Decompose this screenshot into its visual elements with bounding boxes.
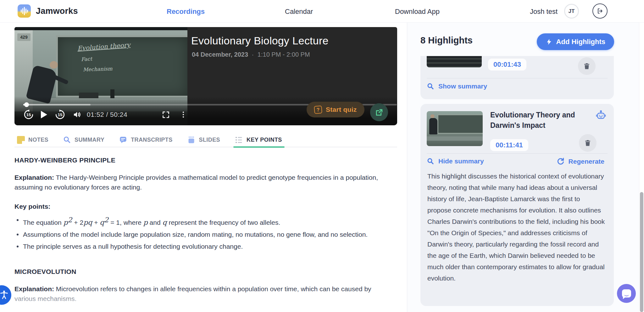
highlights-count-title: 8 Highlights (420, 35, 473, 46)
nav-link-download-app[interactable]: Download App (395, 8, 440, 16)
delete-highlight-button[interactable] (579, 134, 597, 152)
sticky-note-icon (17, 136, 25, 144)
open-external-button[interactable] (370, 103, 388, 121)
fullscreen-button[interactable] (162, 111, 170, 119)
highlights-header: 8 Highlights Add Highlights (420, 23, 615, 56)
explanation-label: Explanation: (14, 174, 54, 181)
board-line-1: Evolution theory (77, 41, 130, 52)
start-quiz-label: Start quiz (326, 106, 357, 113)
start-quiz-button[interactable]: ? Start quiz (307, 102, 364, 117)
avatar[interactable]: JT (564, 4, 579, 19)
video-controls: 15 15 01:52 / 50:24 (23, 108, 187, 121)
board-line-2: Fact (81, 56, 92, 62)
video-time-range: 1:10 PM - 2:00 PM (258, 51, 310, 58)
highlight-timestamp[interactable]: 00:11:41 (490, 139, 528, 151)
explanation: Explanation: Microevolution refers to ch… (14, 284, 390, 303)
forward-15-icon: 15 (55, 109, 65, 120)
highlight-timestamp[interactable]: 00:01:43 (488, 59, 526, 71)
rewind-15-icon: 15 (23, 109, 34, 120)
svg-text:15: 15 (26, 112, 31, 117)
tab-transcripts[interactable]: TRANSCRIPTS (119, 133, 172, 147)
explanation: Explanation: The Hardy-Weinberg Principl… (14, 173, 390, 192)
nav-link-recordings[interactable]: Recordings (167, 8, 205, 16)
key-points-label: Key points: (14, 201, 390, 211)
kebab-menu-icon (180, 111, 187, 119)
add-highlights-label: Add Highlights (556, 38, 605, 46)
volume-button[interactable] (72, 110, 82, 119)
trash-icon (584, 139, 591, 147)
external-link-icon (375, 108, 384, 117)
regenerate-label: Regenerate (569, 158, 604, 165)
chat-bubble-icon (622, 289, 631, 298)
highlight-title: Evolutionary Theory and Darwin's Impact (490, 110, 599, 131)
list-item: The principle serves as a null hypothesi… (14, 241, 390, 251)
date-separator: · (252, 51, 254, 58)
delete-highlight-button[interactable] (578, 57, 596, 75)
list-item: The equation p2 + 2pq + q2 = 1, where p … (14, 215, 390, 227)
highlight-card: Evolutionary Theory and Darwin's Impact … (420, 104, 614, 306)
magnifier-icon (427, 82, 434, 90)
tab-slides[interactable]: SLIDES (187, 133, 220, 147)
section-heading: HARDY-WEINBERG PRINCIPLE (14, 156, 390, 164)
content-tabs: NOTES SUMMARY TRANSCRIPTS SLI (14, 133, 397, 147)
brand-name: Jamworks (36, 6, 78, 16)
chalkboard: Evolution theory Fact Mechanism (56, 35, 187, 98)
hide-summary-link[interactable]: Hide summary (427, 157, 484, 165)
trash-icon (583, 62, 591, 70)
accessibility-icon (0, 290, 9, 300)
add-highlights-button[interactable]: Add Highlights (537, 33, 614, 50)
regenerate-button[interactable]: Regenerate (557, 157, 604, 165)
forward-15-button[interactable]: 15 (55, 109, 65, 120)
logout-icon (596, 7, 604, 15)
user-name: Josh test (530, 8, 558, 16)
show-summary-link[interactable]: Show summary (427, 82, 487, 90)
logout-button[interactable] (592, 3, 608, 19)
refresh-icon (557, 157, 564, 165)
tab-key-points[interactable]: KEY POINTS (235, 133, 282, 147)
video-date: 04 December, 2023 (192, 51, 248, 58)
tab-label: SUMMARY (75, 137, 104, 143)
highlight-thumbnail[interactable] (427, 111, 483, 146)
tab-notes[interactable]: NOTES (17, 133, 48, 147)
ai-robot-icon[interactable] (596, 110, 606, 122)
video-player[interactable]: 429 Evolution theory Fact Mechanism Evol… (14, 27, 397, 125)
highlight-summary: This highlight discusses the historical … (427, 171, 605, 284)
key-points-content: HARDY-WEINBERG PRINCIPLE Explanation: Th… (14, 156, 390, 312)
slides-icon (187, 136, 196, 144)
progress-knob[interactable] (24, 102, 29, 107)
nav-link-calendar[interactable]: Calendar (285, 8, 313, 16)
rewind-15-button[interactable]: 15 (23, 109, 34, 120)
navbar: Jamworks Recordings Calendar Download Ap… (0, 0, 644, 23)
volume-icon (72, 110, 82, 119)
list-item: Assumptions of the model include large p… (14, 230, 390, 239)
section-heading: MICROEVOLUTION (14, 268, 390, 276)
video-title: Evolutionary Biology Lecture (191, 35, 329, 47)
tab-label: TRANSCRIPTS (131, 137, 172, 143)
highlight-card: 00:01:43 Show summary (420, 56, 614, 99)
magnifier-icon (63, 136, 71, 144)
explanation-label: Explanation: (14, 285, 54, 292)
room-number: 429 (17, 33, 31, 41)
board-line-3: Mechanism (83, 65, 113, 72)
quiz-question-icon: ? (314, 105, 322, 114)
play-button[interactable] (41, 111, 47, 118)
tab-summary[interactable]: SUMMARY (63, 133, 104, 147)
highlight-thumbnail[interactable] (427, 56, 482, 67)
jamworks-app: Jamworks Recordings Calendar Download Ap… (0, 0, 644, 312)
lightning-bolt-icon (546, 38, 552, 45)
toggle-label: Hide summary (438, 157, 484, 165)
fullscreen-icon (162, 111, 170, 119)
scrollbar-thumb[interactable] (640, 192, 643, 312)
svg-text:15: 15 (58, 112, 63, 117)
video-datetime: 04 December, 2023 · 1:10 PM - 2:00 PM (192, 51, 310, 58)
jamworks-logo-icon (18, 4, 31, 18)
magnifier-icon (427, 157, 434, 165)
list-icon (235, 136, 243, 144)
chat-widget-button[interactable] (617, 284, 636, 303)
time-display: 01:52 / 50:24 (87, 111, 127, 118)
buffered-bar (23, 104, 91, 105)
more-options-button[interactable] (180, 111, 187, 119)
brand[interactable]: Jamworks (18, 4, 78, 18)
highlights-list: 00:01:43 Show summary (420, 56, 615, 312)
tab-label: KEY POINTS (247, 137, 282, 143)
